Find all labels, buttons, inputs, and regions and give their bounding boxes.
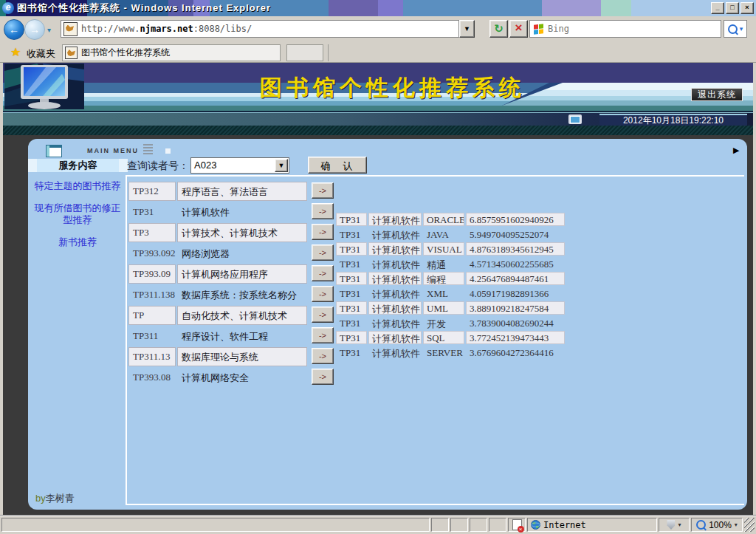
category-go-button[interactable]: ->	[312, 265, 334, 281]
search-options-chevron-icon[interactable]: ▾	[740, 25, 743, 32]
category-go-button[interactable]: ->	[312, 327, 334, 343]
sidebar-item[interactable]: 现有所借图书的修正型推荐	[34, 202, 121, 226]
recommend-category: 计算机软件	[368, 242, 422, 256]
recommend-code: TP31	[336, 242, 367, 256]
recommend-keyword: UML	[423, 301, 464, 315]
reader-id-select[interactable]: A023 ▼	[190, 157, 289, 174]
sidebar-menu: 特定主题的图书推荐现有所借图书的修正型推荐新书推荐	[34, 180, 121, 259]
category-label: 数据库理论与系统	[177, 347, 307, 366]
recommend-code: TP31	[336, 213, 367, 226]
shield-icon	[667, 520, 675, 530]
statusbar-message-panel	[1, 518, 430, 532]
recommend-category: 计算机软件	[368, 227, 422, 241]
page-background: MAIN MENU 服务内容 特定主题的图书推荐现有所借图书的修正型推荐新书推荐…	[3, 135, 753, 515]
forward-button[interactable]: →	[24, 19, 45, 40]
recommend-score: 4.059171982891366	[466, 287, 565, 300]
recommend-category: 计算机软件	[368, 213, 422, 226]
close-button[interactable]: ×	[740, 2, 754, 14]
statusbar-panel	[489, 518, 506, 532]
favorites-label[interactable]: 收藏夹	[27, 47, 55, 61]
category-go-button[interactable]: ->	[312, 369, 334, 385]
stop-button[interactable]: ×	[509, 20, 528, 38]
recommend-code: TP31	[336, 272, 367, 285]
category-label: 自动化技术、计算机技术	[177, 306, 307, 325]
category-code: TP393.092	[128, 244, 176, 263]
category-go-button[interactable]: ->	[312, 224, 334, 240]
hatch-divider	[3, 126, 753, 135]
bottom-divider	[126, 504, 744, 505]
recommend-score: 3.772452139473443	[466, 331, 565, 344]
category-go-button[interactable]: ->	[312, 348, 334, 364]
category-code: TP	[128, 306, 176, 325]
monitor-icon	[568, 114, 582, 124]
recommend-keyword: VISUAL	[423, 242, 464, 256]
category-go-button[interactable]: ->	[312, 244, 334, 261]
category-go-button[interactable]: ->	[312, 286, 334, 302]
category-go-button[interactable]: ->	[312, 203, 334, 219]
recommend-code: TP31	[336, 301, 367, 315]
category-go-button[interactable]: ->	[312, 307, 334, 323]
confirm-button[interactable]: 确 认	[308, 157, 367, 174]
recommend-code: TP31	[336, 287, 367, 300]
browser-tab[interactable]: 图书馆个性化推荐系统	[62, 44, 281, 61]
recommend-row: TP31计算机软件编程4.256476894487461	[336, 272, 565, 285]
left-divider	[126, 175, 127, 505]
maximize-button[interactable]: □	[726, 2, 739, 14]
recent-pages-chevron-icon[interactable]: ▾	[47, 26, 51, 34]
minimize-button[interactable]: _	[711, 2, 724, 14]
recommend-category: 计算机软件	[368, 316, 422, 329]
new-tab-button[interactable]	[286, 44, 323, 61]
exit-system-button[interactable]: 退出系统	[691, 88, 743, 101]
status-bar: Internet ▾ 100% ▾	[0, 515, 756, 534]
recommend-code: TP31	[336, 316, 367, 329]
sidebar-item[interactable]: 特定主题的图书推荐	[34, 180, 121, 192]
category-label: 程序设计、软件工程	[177, 326, 307, 346]
site-favicon	[63, 22, 78, 36]
back-button[interactable]: ←	[4, 19, 24, 40]
category-code: TP31	[128, 202, 176, 222]
address-dropdown-button[interactable]: ▼	[459, 20, 475, 38]
favorites-star-icon[interactable]: ★	[10, 45, 21, 59]
recommend-row: TP31计算机软件ORACLE6.8575951602940926	[336, 213, 565, 226]
search-button[interactable]: ▾	[724, 20, 747, 38]
address-bar[interactable]: http://www.njmars.net:8088/libs/	[61, 20, 459, 38]
author-credit: by李树青	[35, 492, 75, 505]
recommend-score: 3.6769604272364416	[466, 346, 565, 359]
navigation-toolbar: ← → ▾ http://www.njmars.net:8088/libs/ ▼…	[0, 16, 756, 42]
category-label: 程序语言、算法语言	[177, 182, 307, 201]
recommend-row: TP31计算机软件开发3.7839004082690244	[336, 316, 565, 329]
popup-blocked-panel	[508, 518, 526, 532]
category-code: TP3	[128, 223, 176, 242]
reader-id-dropdown-icon[interactable]: ▼	[275, 159, 288, 172]
refresh-button[interactable]: ↻	[489, 20, 508, 38]
category-label: 网络浏览器	[177, 244, 307, 263]
protected-mode-button[interactable]: ▾	[659, 518, 690, 532]
recommend-row: TP31计算机软件SQL3.772452139473443	[336, 331, 565, 344]
recommend-score: 5.949704095252074	[466, 227, 565, 241]
recommend-row: TP31计算机软件SERVER3.6769604272364416	[336, 346, 565, 359]
statusbar-panel	[470, 518, 487, 532]
recommend-code: TP31	[336, 346, 367, 359]
window-title: 图书馆个性化推荐系统 - Windows Internet Explorer	[17, 1, 271, 15]
recommend-code: TP31	[336, 257, 367, 270]
credit-prefix: by	[35, 493, 46, 504]
recommend-score: 6.8575951602940926	[466, 213, 565, 226]
sidebar-item[interactable]: 新书推荐	[34, 236, 121, 248]
category-row: TP393.08计算机网络安全->	[128, 368, 334, 387]
recommend-code: TP31	[336, 331, 367, 344]
zoom-control[interactable]: 100% ▾	[691, 518, 743, 532]
category-go-button[interactable]: ->	[312, 182, 334, 199]
category-row: TP311程序设计、软件工程->	[128, 326, 334, 346]
service-header: 服务内容	[37, 159, 119, 172]
panel-arrow-icon: ▶	[733, 146, 739, 155]
recommend-score: 4.8763189345612945	[466, 242, 565, 256]
reader-id-label: 查询读者号：	[127, 160, 189, 173]
recommend-keyword: XML	[423, 287, 464, 300]
resize-grip[interactable]	[744, 518, 755, 532]
popup-blocked-icon	[512, 519, 522, 530]
category-code: TP311.138	[128, 285, 176, 304]
search-input[interactable]: Bing	[529, 20, 721, 38]
recommend-row: TP31计算机软件XML4.059171982891366	[336, 287, 565, 300]
recommend-keyword: 编程	[423, 272, 464, 285]
recommend-row: TP31计算机软件JAVA5.949704095252074	[336, 227, 565, 241]
